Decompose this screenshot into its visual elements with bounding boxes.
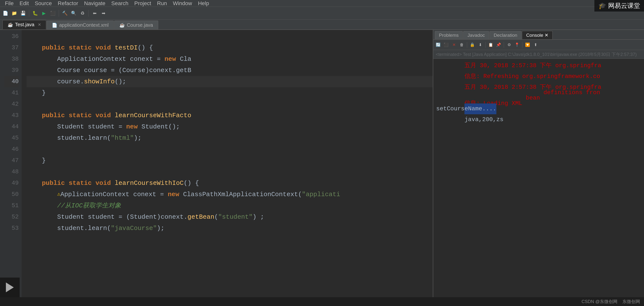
toolbar-open-btn[interactable]: 📁 bbox=[10, 9, 18, 17]
toolbar-sep-3 bbox=[88, 10, 89, 17]
gutter-43: 43 bbox=[4, 110, 19, 121]
code-line-48 bbox=[26, 166, 433, 177]
toolbar-debug-btn[interactable]: 🐛 bbox=[31, 9, 39, 17]
code-line-41: } bbox=[26, 87, 433, 99]
toolbar-back-btn[interactable]: ⬅ bbox=[91, 9, 98, 17]
gutter-41: 41 bbox=[4, 87, 19, 99]
watermark-logo: 🎓 bbox=[598, 2, 606, 9]
console-output: 五月 30, 2018 2:57:38 下午 org.springfra 信息:… bbox=[433, 59, 644, 300]
code-line-44: Student student = new Student(); bbox=[26, 121, 433, 132]
console-scroll-end-btn[interactable]: ⬇ bbox=[477, 41, 484, 48]
menu-search[interactable]: Search bbox=[108, 0, 132, 7]
tab-appcontext-label: applicationContext.xml bbox=[59, 22, 108, 28]
menu-window[interactable]: Window bbox=[170, 0, 195, 7]
right-tabbar: Problems Javadoc Declaration Console ✕ bbox=[433, 30, 644, 40]
code-line-43: public static void learnCourseWithFacto bbox=[26, 110, 433, 121]
code-line-51: //从IOC获取学生对象 bbox=[26, 200, 433, 211]
toolbar-search-btn[interactable]: 🔍 bbox=[70, 9, 78, 17]
code-line-39: Course course = (Course)conext.getB bbox=[26, 65, 433, 76]
right-tab-console[interactable]: Console ✕ bbox=[522, 31, 553, 39]
gutter-52: 52 bbox=[4, 211, 19, 223]
right-sep-3 bbox=[504, 42, 504, 48]
code-line-38: ApplicationContext conext = new Cla bbox=[26, 53, 433, 65]
right-tab-javadoc[interactable]: Javadoc bbox=[463, 31, 489, 39]
toolbar-build-btn[interactable]: 🔨 bbox=[61, 9, 69, 17]
console-pin-btn[interactable]: 📍 bbox=[514, 41, 520, 48]
code-line-42 bbox=[26, 99, 433, 110]
tab-coursejava-icon: ☕ bbox=[119, 22, 125, 28]
right-sep-1 bbox=[467, 42, 467, 48]
main-toolbar: 📄 📁 💾 🐛 ▶ ⬛ 🔨 🔍 ♻ ⬅ ➡ bbox=[0, 7, 644, 20]
menu-file[interactable]: File bbox=[2, 0, 16, 7]
gutter-53: 53 bbox=[4, 223, 19, 234]
gutter-37: 37 bbox=[4, 42, 19, 53]
gutter-44: 44 bbox=[4, 121, 19, 132]
toolbar-stop-btn[interactable]: ⬛ bbox=[49, 9, 57, 17]
tab-appcontext[interactable]: 📄 applicationContext.xml bbox=[47, 21, 114, 29]
code-line-36 bbox=[26, 31, 433, 42]
right-sep-4 bbox=[522, 42, 522, 48]
console-minimize-btn[interactable]: 🔽 bbox=[524, 41, 531, 48]
menu-edit[interactable]: Edit bbox=[16, 0, 32, 7]
menu-navigate[interactable]: Navigate bbox=[81, 0, 108, 7]
main-area: 36 37 38 39 40 41 42 43 44 45 46 47 48 4… bbox=[0, 30, 644, 306]
console-clear-btn[interactable]: 🔄 bbox=[435, 41, 442, 48]
console-paste-btn[interactable]: 📌 bbox=[495, 41, 502, 48]
gutter-48: 48 bbox=[4, 166, 19, 177]
menu-project[interactable]: Project bbox=[132, 0, 154, 7]
code-line-50: ⚠ ApplicationContext conext = new ClassP… bbox=[26, 189, 433, 200]
play-button-overlay[interactable] bbox=[0, 278, 20, 297]
code-line-49: public static void learnCourseWithIoC ()… bbox=[26, 177, 433, 189]
toolbar-new-btn[interactable]: 📄 bbox=[2, 9, 9, 17]
console-stop-btn[interactable]: ⬛ bbox=[442, 41, 450, 48]
tab-testjava-icon: ☕ bbox=[8, 22, 13, 27]
tab-appcontext-icon: 📄 bbox=[52, 22, 57, 28]
menu-refactor[interactable]: Refactor bbox=[55, 0, 81, 7]
menu-help[interactable]: Help bbox=[195, 0, 212, 7]
right-tab-problems[interactable]: Problems bbox=[435, 31, 463, 39]
tab-testjava[interactable]: ☕ Test.java ✕ bbox=[2, 20, 46, 29]
console-settings-btn[interactable]: ⚙ bbox=[506, 41, 512, 48]
csdn-badge: CSDN @东微创网 bbox=[582, 299, 618, 305]
toolbar-fwd-btn[interactable]: ➡ bbox=[100, 9, 107, 17]
toolbar-refactor-btn[interactable]: ♻ bbox=[78, 9, 86, 17]
gutter-38: 38 bbox=[4, 53, 19, 65]
dongwei-badge: 东微创网 bbox=[622, 299, 640, 305]
gutter-46: 46 bbox=[4, 144, 19, 155]
console-maximize-btn[interactable]: ⬆ bbox=[532, 41, 539, 48]
right-tab-declaration[interactable]: Declaration bbox=[490, 31, 522, 39]
tab-testjava-close[interactable]: ✕ bbox=[38, 22, 41, 27]
toolbar-save-btn[interactable]: 💾 bbox=[19, 9, 27, 17]
code-line-37: public static void testDI () { bbox=[26, 42, 433, 53]
code-editor[interactable]: public static void testDI () { Applicati… bbox=[22, 30, 433, 306]
gutter-40: 40 bbox=[4, 76, 19, 87]
gutter-49: 49 bbox=[4, 177, 19, 189]
code-line-45: student.learn( "html" ); bbox=[26, 132, 433, 144]
gutter-45: 45 bbox=[4, 132, 19, 144]
console-scroll-lock-btn[interactable]: 🔒 bbox=[469, 41, 476, 48]
line-gutter: 36 37 38 39 40 41 42 43 44 45 46 47 48 4… bbox=[4, 30, 22, 306]
console-line-6: java,200,zs bbox=[436, 114, 641, 125]
right-panel: Problems Javadoc Declaration Console ✕ 🔄… bbox=[433, 30, 644, 306]
menu-run[interactable]: Run bbox=[154, 0, 170, 7]
toolbar-run-btn[interactable]: ▶ bbox=[40, 9, 48, 17]
editor-tabbar: ☕ Test.java ✕ 📄 applicationContext.xml ☕… bbox=[0, 20, 644, 30]
gutter-47: 47 bbox=[4, 155, 19, 166]
tab-coursejava[interactable]: ☕ Course.java bbox=[114, 21, 158, 29]
code-line-47: } bbox=[26, 155, 433, 166]
console-remove-btn[interactable]: 🗑 bbox=[458, 41, 465, 48]
toolbar-sep-2 bbox=[59, 10, 59, 17]
bottom-bar: CSDN @东微创网 东微创网 bbox=[0, 297, 644, 306]
left-marker-strip bbox=[0, 30, 4, 306]
menu-source[interactable]: Source bbox=[32, 0, 55, 7]
console-terminate-btn[interactable]: ✕ bbox=[450, 41, 457, 48]
code-line-52: Student student = (Student)conext. getBe… bbox=[26, 211, 433, 223]
console-copy-btn[interactable]: 📋 bbox=[487, 41, 494, 48]
watermark: 🎓 网易云课堂 bbox=[594, 0, 644, 11]
tab-coursejava-label: Course.java bbox=[127, 22, 153, 28]
code-line-46 bbox=[26, 144, 433, 155]
bean-word: bean bbox=[526, 93, 540, 104]
play-triangle-icon bbox=[6, 283, 14, 292]
right-toolbar: 🔄 ⬛ ✕ 🗑 🔒 ⬇ 📋 📌 ⚙ 📍 🔽 ⬆ bbox=[433, 40, 644, 50]
gutter-51: 51 bbox=[4, 200, 19, 211]
